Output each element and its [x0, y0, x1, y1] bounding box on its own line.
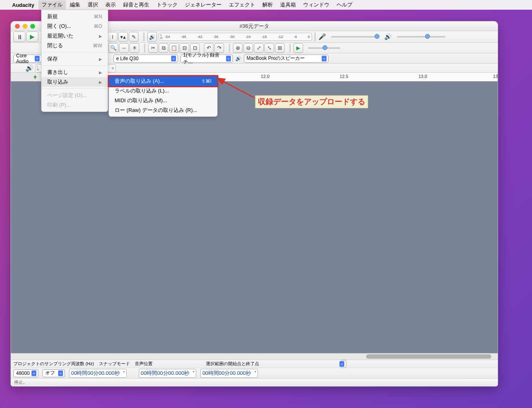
- pin-icon: [32, 74, 38, 80]
- pause-button[interactable]: ⏸: [13, 32, 25, 42]
- file-recent[interactable]: 最近開いた▶: [42, 31, 108, 41]
- sel-format-select[interactable]: [341, 360, 346, 368]
- rate-label: プロジェクトのサンプリング周波数 (Hz): [13, 361, 94, 367]
- menu-analyze[interactable]: 解析: [262, 1, 273, 8]
- input-device-select[interactable]: e Life Q30: [113, 55, 178, 63]
- app-name[interactable]: Audacity: [12, 2, 34, 8]
- project-rate-field[interactable]: 48000: [13, 369, 38, 377]
- file-save[interactable]: 保存▶: [42, 54, 108, 64]
- horizontal-scrollbar[interactable]: [11, 353, 498, 360]
- menu-effect[interactable]: エフェクト: [229, 1, 255, 8]
- file-close[interactable]: 閉じる⌘W: [42, 41, 108, 50]
- menu-select[interactable]: 選択: [88, 1, 98, 8]
- menu-file[interactable]: ファイル: [38, 0, 66, 9]
- track-area: 11.0 11.5 12.0 12.5 13.0 13.5: [11, 73, 498, 360]
- file-print: 印刷 (P)...: [42, 100, 108, 110]
- file-import[interactable]: 取り込み▶: [42, 77, 108, 87]
- menu-window[interactable]: ウィンドウ: [303, 1, 329, 8]
- zoom-in-icon[interactable]: ⊕: [233, 43, 243, 53]
- mic-icon: 🎤: [318, 33, 326, 40]
- import-midi[interactable]: MIDI の取り込み (M)...: [109, 96, 217, 105]
- timeshift-tool-icon[interactable]: ↔: [119, 43, 129, 53]
- selection-start-field[interactable]: 00時間00分00.000秒: [139, 369, 197, 378]
- speaker-icon[interactable]: 🔊: [147, 32, 157, 42]
- selection-toolbar-labels: プロジェクトのサンプリング周波数 (Hz) スナップモード 音声位置 選択範囲の…: [11, 360, 498, 368]
- play-at-speed-button[interactable]: ▶: [293, 43, 303, 53]
- speaker-meter-icon: 🔊: [25, 64, 34, 72]
- selection-tool-icon[interactable]: I: [108, 32, 117, 42]
- recording-volume-slider[interactable]: [331, 36, 379, 38]
- envelope-tool-icon[interactable]: ▾▴: [118, 32, 128, 42]
- pos-label: 音声位置: [135, 361, 153, 367]
- mac-menubar: Audacity ファイル 編集 選択 表示 録音と再生 トラック ジェネレータ…: [0, 0, 532, 10]
- fit-selection-icon[interactable]: ⤢: [254, 43, 264, 53]
- import-submenu: 音声の取り込み (A)...⇧⌘I ラベルの取り込み (L)... MIDI の…: [109, 75, 218, 117]
- recording-meter[interactable]: L R -54-48-42-36-30-24-18-12-60: [159, 33, 312, 41]
- zoom-out-icon[interactable]: ⊖: [243, 43, 253, 53]
- zoom-tool-icon[interactable]: 🔍: [109, 43, 118, 53]
- annotation-text: 収録データをアップロードする: [255, 95, 368, 108]
- menu-tracks[interactable]: トラック: [157, 1, 178, 8]
- import-audio[interactable]: 音声の取り込み (A)...⇧⌘I: [109, 76, 217, 86]
- status-bar: 停止。: [11, 378, 498, 386]
- menu-help[interactable]: ヘルプ: [337, 1, 352, 8]
- paste-icon[interactable]: 📋: [169, 43, 179, 53]
- sel-label: 選択範囲の開始点と終了点: [206, 361, 259, 367]
- file-export[interactable]: 書き出し▶: [42, 67, 108, 77]
- import-label[interactable]: ラベルの取り込み (L)...: [109, 86, 217, 96]
- audio-position-field[interactable]: 00時間00分00.000秒: [69, 369, 127, 378]
- menu-transport[interactable]: 録音と再生: [123, 1, 149, 8]
- file-new[interactable]: 新規⌘N: [42, 12, 108, 21]
- file-menu-dropdown: 新規⌘N 開く (O)...⌘O 最近開いた▶ 閉じる⌘W 保存▶ 書き出し▶ …: [41, 10, 108, 112]
- meter-lr-label: L R: [160, 34, 163, 40]
- menu-edit[interactable]: 編集: [70, 1, 80, 8]
- selection-end-field[interactable]: 00時間00分00.000秒: [200, 369, 258, 378]
- menu-tools[interactable]: 道具箱: [280, 1, 296, 8]
- cut-icon[interactable]: ✂: [148, 43, 158, 53]
- play-button[interactable]: ▶: [26, 32, 38, 42]
- selection-toolbar-values: 48000 オフ 00時間00分00.000秒 00時間00分00.000秒 0…: [11, 368, 498, 378]
- import-raw[interactable]: ロー (Raw) データの取り込み (R)...: [109, 105, 217, 115]
- output-device-select[interactable]: MacBook Proのスピーカー: [244, 55, 329, 63]
- menu-generate[interactable]: ジェネレーター: [185, 1, 222, 8]
- draw-tool-icon[interactable]: ✎: [129, 32, 138, 42]
- copy-icon[interactable]: ⧉: [159, 43, 168, 53]
- file-pagesetup: ページ設定 (G)...: [42, 90, 108, 100]
- play-speed-slider[interactable]: [308, 47, 340, 49]
- zoom-toggle-icon[interactable]: ⊞: [275, 43, 285, 53]
- output-icon: 🔊: [235, 56, 241, 61]
- track-canvas[interactable]: [11, 82, 498, 353]
- snap-mode-select[interactable]: オフ: [42, 369, 65, 377]
- speaker-out-icon: 🔊: [384, 33, 392, 40]
- menu-view[interactable]: 表示: [105, 1, 116, 8]
- host-select[interactable]: Core Audio: [13, 55, 42, 63]
- snap-label: スナップモード: [99, 361, 130, 367]
- input-channels-select[interactable]: 1(モノラル) 録音チ…: [180, 55, 233, 63]
- fit-project-icon[interactable]: ⤡: [264, 43, 274, 53]
- file-open[interactable]: 開く (O)...⌘O: [42, 21, 108, 31]
- playback-volume-slider[interactable]: [397, 36, 445, 38]
- multi-tool-icon[interactable]: ✳: [130, 43, 139, 53]
